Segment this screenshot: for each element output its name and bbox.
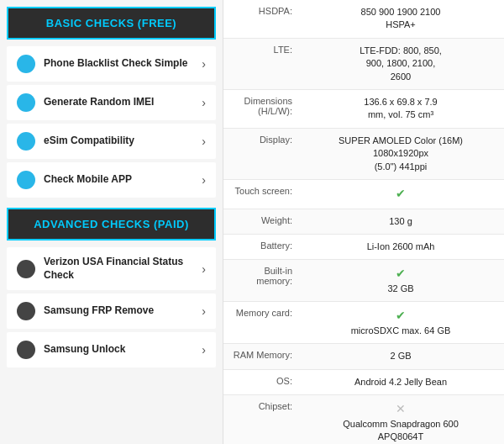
spec-value: 2 GB (299, 344, 504, 369)
table-row: HSDPA: 850 900 1900 2100HSPA+ (223, 0, 504, 38)
paid-section-header: ADVANCED CHECKS (PAID) (7, 208, 216, 240)
spec-label: Built-inmemory: (223, 260, 299, 302)
free-section-header: BASIC CHECKS (FREE) (7, 7, 216, 40)
cross-icon: ✕ (396, 402, 406, 415)
chevron-right-icon: › (202, 135, 206, 148)
spec-label: Battery: (223, 234, 299, 259)
chevron-right-icon: › (202, 173, 206, 187)
check-item-label: Verizon USA Financial Status Check (44, 256, 197, 282)
check-item-verizon-usa-financial-status-check[interactable]: Verizon USA Financial Status Check › (7, 247, 216, 290)
chevron-right-icon: › (202, 96, 206, 109)
check-item-label: eSim Compatibility (44, 135, 197, 148)
table-row: LTE: LTE-FDD: 800, 850,900, 1800, 2100,2… (223, 38, 504, 89)
dot-icon (17, 260, 35, 278)
check-item-generate-random-imei[interactable]: Generate Random IMEI › (7, 85, 216, 120)
right-panel: HSDPA: 850 900 1900 2100HSPA+ LTE: LTE-F… (223, 0, 504, 444)
check-item-samsung-unlock[interactable]: Samsung Unlock › (7, 332, 216, 367)
table-row: Display: SUPER AMOLED Color (16M)1080x19… (223, 128, 504, 179)
spec-label: HSDPA: (223, 0, 299, 38)
spec-label: Chipset: (223, 395, 299, 444)
spec-label: Weight: (223, 209, 299, 234)
spec-label: LTE: (223, 38, 299, 89)
dot-icon (17, 93, 35, 112)
spec-value: ✔32 GB (299, 260, 504, 302)
spec-label: RAM Memory: (223, 344, 299, 369)
left-panel: BASIC CHECKS (FREE) Phone Blacklist Chec… (0, 0, 223, 444)
table-row: Chipset: ✕Qualcomm Snapdragon 600APQ8064… (223, 395, 504, 444)
dot-icon (17, 341, 35, 359)
table-row: RAM Memory: 2 GB (223, 344, 504, 369)
spec-label: Touch screen: (223, 179, 299, 209)
spec-table: HSDPA: 850 900 1900 2100HSPA+ LTE: LTE-F… (223, 0, 504, 444)
spec-value: 130 g (299, 209, 504, 234)
dot-icon (17, 55, 35, 73)
spec-label: Display: (223, 128, 299, 179)
dot-icon (17, 132, 35, 151)
spec-value: Li-Ion 2600 mAh (299, 234, 504, 259)
check-item-label: Samsung FRP Remove (44, 304, 197, 318)
table-row: Battery: Li-Ion 2600 mAh (223, 234, 504, 259)
spec-value: Android 4.2 Jelly Bean (299, 369, 504, 394)
spec-label: OS: (223, 369, 299, 394)
spec-value: ✔ (299, 179, 504, 209)
check-item-label: Samsung Unlock (44, 343, 197, 357)
check-item-phone-blacklist-check-simple[interactable]: Phone Blacklist Check Simple › (7, 46, 216, 82)
spec-value: ✔microSDXC max. 64 GB (299, 302, 504, 344)
table-row: Memory card: ✔microSDXC max. 64 GB (223, 302, 504, 344)
spec-value: LTE-FDD: 800, 850,900, 1800, 2100,2600 (299, 38, 504, 89)
chevron-right-icon: › (202, 57, 206, 71)
spec-label: Dimensions(H/L/W): (223, 89, 299, 128)
table-row: Weight: 130 g (223, 209, 504, 234)
check-item-label: Phone Blacklist Check Simple (44, 57, 197, 71)
dot-icon (17, 171, 35, 189)
spec-value: SUPER AMOLED Color (16M)1080x1920px(5.0"… (299, 128, 504, 179)
spec-value: ✕Qualcomm Snapdragon 600APQ8064T (299, 395, 504, 444)
dot-icon (17, 302, 35, 320)
check-item-samsung-frp-remove[interactable]: Samsung FRP Remove › (7, 293, 216, 329)
chevron-right-icon: › (202, 343, 206, 357)
check-item-esim-compatibility[interactable]: eSim Compatibility › (7, 124, 216, 159)
spec-value: 850 900 1900 2100HSPA+ (299, 0, 504, 38)
check-item-check-mobile-app[interactable]: Check Mobile APP › (7, 162, 216, 198)
check-icon: ✔ (396, 187, 406, 200)
check-icon: ✔ (396, 309, 406, 322)
check-icon: ✔ (396, 267, 406, 280)
table-row: Touch screen: ✔ (223, 179, 504, 209)
check-item-label: Check Mobile APP (44, 173, 197, 187)
table-row: Dimensions(H/L/W): 136.6 x 69.8 x 7.9mm,… (223, 89, 504, 128)
spec-label: Memory card: (223, 302, 299, 344)
table-row: Built-inmemory: ✔32 GB (223, 260, 504, 302)
chevron-right-icon: › (202, 262, 206, 276)
check-item-label: Generate Random IMEI (44, 96, 197, 109)
spec-value: 136.6 x 69.8 x 7.9mm, vol. 75 cm³ (299, 89, 504, 128)
chevron-right-icon: › (202, 304, 206, 318)
table-row: OS: Android 4.2 Jelly Bean (223, 369, 504, 394)
